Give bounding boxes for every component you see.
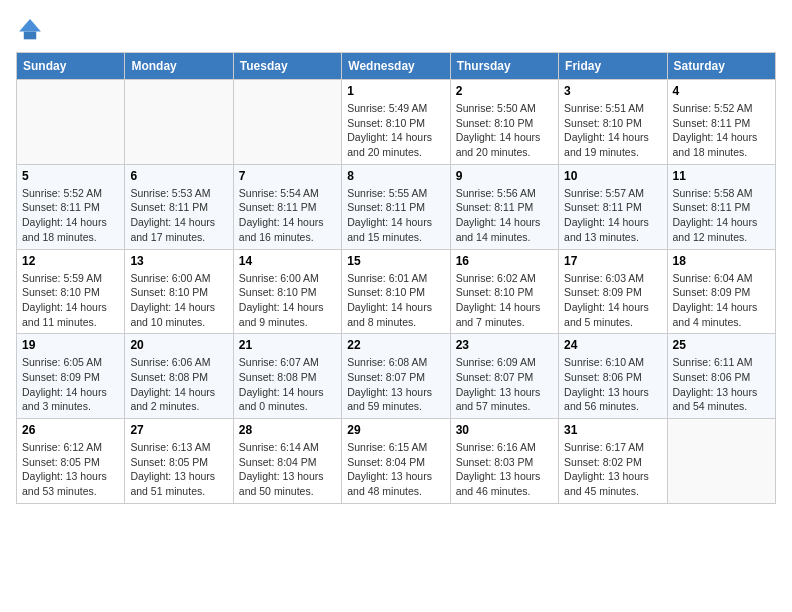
- calendar-week-1: 1 Sunrise: 5:49 AM Sunset: 8:10 PM Dayli…: [17, 80, 776, 165]
- day-info: Sunrise: 5:57 AM Sunset: 8:11 PM Dayligh…: [564, 186, 661, 245]
- day-number: 9: [456, 169, 553, 183]
- calendar-cell: 2 Sunrise: 5:50 AM Sunset: 8:10 PM Dayli…: [450, 80, 558, 165]
- day-info: Sunrise: 5:58 AM Sunset: 8:11 PM Dayligh…: [673, 186, 770, 245]
- calendar-cell: 20 Sunrise: 6:06 AM Sunset: 8:08 PM Dayl…: [125, 334, 233, 419]
- day-number: 19: [22, 338, 119, 352]
- day-number: 3: [564, 84, 661, 98]
- day-number: 25: [673, 338, 770, 352]
- day-info: Sunrise: 6:17 AM Sunset: 8:02 PM Dayligh…: [564, 440, 661, 499]
- calendar-week-4: 19 Sunrise: 6:05 AM Sunset: 8:09 PM Dayl…: [17, 334, 776, 419]
- day-info: Sunrise: 5:56 AM Sunset: 8:11 PM Dayligh…: [456, 186, 553, 245]
- day-info: Sunrise: 5:54 AM Sunset: 8:11 PM Dayligh…: [239, 186, 336, 245]
- page-header: [16, 16, 776, 44]
- day-info: Sunrise: 5:59 AM Sunset: 8:10 PM Dayligh…: [22, 271, 119, 330]
- weekday-header-monday: Monday: [125, 53, 233, 80]
- day-number: 16: [456, 254, 553, 268]
- day-info: Sunrise: 5:52 AM Sunset: 8:11 PM Dayligh…: [22, 186, 119, 245]
- calendar-cell: 15 Sunrise: 6:01 AM Sunset: 8:10 PM Dayl…: [342, 249, 450, 334]
- day-number: 12: [22, 254, 119, 268]
- day-number: 10: [564, 169, 661, 183]
- day-number: 4: [673, 84, 770, 98]
- calendar-cell: 10 Sunrise: 5:57 AM Sunset: 8:11 PM Dayl…: [559, 164, 667, 249]
- calendar-cell: 6 Sunrise: 5:53 AM Sunset: 8:11 PM Dayli…: [125, 164, 233, 249]
- calendar-cell: 16 Sunrise: 6:02 AM Sunset: 8:10 PM Dayl…: [450, 249, 558, 334]
- calendar-cell: 5 Sunrise: 5:52 AM Sunset: 8:11 PM Dayli…: [17, 164, 125, 249]
- day-info: Sunrise: 6:12 AM Sunset: 8:05 PM Dayligh…: [22, 440, 119, 499]
- calendar-cell: 14 Sunrise: 6:00 AM Sunset: 8:10 PM Dayl…: [233, 249, 341, 334]
- svg-marker-0: [19, 19, 41, 31]
- day-info: Sunrise: 6:04 AM Sunset: 8:09 PM Dayligh…: [673, 271, 770, 330]
- day-info: Sunrise: 6:00 AM Sunset: 8:10 PM Dayligh…: [239, 271, 336, 330]
- day-info: Sunrise: 6:03 AM Sunset: 8:09 PM Dayligh…: [564, 271, 661, 330]
- day-info: Sunrise: 5:55 AM Sunset: 8:11 PM Dayligh…: [347, 186, 444, 245]
- day-info: Sunrise: 6:02 AM Sunset: 8:10 PM Dayligh…: [456, 271, 553, 330]
- calendar-cell: 17 Sunrise: 6:03 AM Sunset: 8:09 PM Dayl…: [559, 249, 667, 334]
- day-number: 31: [564, 423, 661, 437]
- calendar-cell: 18 Sunrise: 6:04 AM Sunset: 8:09 PM Dayl…: [667, 249, 775, 334]
- day-number: 23: [456, 338, 553, 352]
- svg-rect-1: [24, 32, 36, 40]
- day-info: Sunrise: 5:51 AM Sunset: 8:10 PM Dayligh…: [564, 101, 661, 160]
- day-info: Sunrise: 5:50 AM Sunset: 8:10 PM Dayligh…: [456, 101, 553, 160]
- day-number: 20: [130, 338, 227, 352]
- day-number: 21: [239, 338, 336, 352]
- day-number: 29: [347, 423, 444, 437]
- day-number: 14: [239, 254, 336, 268]
- calendar-cell: 23 Sunrise: 6:09 AM Sunset: 8:07 PM Dayl…: [450, 334, 558, 419]
- day-info: Sunrise: 6:06 AM Sunset: 8:08 PM Dayligh…: [130, 355, 227, 414]
- calendar-cell: [125, 80, 233, 165]
- day-number: 2: [456, 84, 553, 98]
- calendar-cell: 7 Sunrise: 5:54 AM Sunset: 8:11 PM Dayli…: [233, 164, 341, 249]
- calendar-cell: [17, 80, 125, 165]
- day-number: 22: [347, 338, 444, 352]
- day-number: 8: [347, 169, 444, 183]
- calendar-cell: 28 Sunrise: 6:14 AM Sunset: 8:04 PM Dayl…: [233, 419, 341, 504]
- calendar-body: 1 Sunrise: 5:49 AM Sunset: 8:10 PM Dayli…: [17, 80, 776, 504]
- day-number: 30: [456, 423, 553, 437]
- weekday-header-sunday: Sunday: [17, 53, 125, 80]
- day-info: Sunrise: 6:05 AM Sunset: 8:09 PM Dayligh…: [22, 355, 119, 414]
- day-number: 24: [564, 338, 661, 352]
- calendar-cell: [233, 80, 341, 165]
- day-info: Sunrise: 6:08 AM Sunset: 8:07 PM Dayligh…: [347, 355, 444, 414]
- calendar-cell: 26 Sunrise: 6:12 AM Sunset: 8:05 PM Dayl…: [17, 419, 125, 504]
- day-info: Sunrise: 5:49 AM Sunset: 8:10 PM Dayligh…: [347, 101, 444, 160]
- weekday-header-saturday: Saturday: [667, 53, 775, 80]
- calendar-table: SundayMondayTuesdayWednesdayThursdayFrid…: [16, 52, 776, 504]
- calendar-cell: 30 Sunrise: 6:16 AM Sunset: 8:03 PM Dayl…: [450, 419, 558, 504]
- day-info: Sunrise: 6:16 AM Sunset: 8:03 PM Dayligh…: [456, 440, 553, 499]
- day-number: 15: [347, 254, 444, 268]
- day-info: Sunrise: 5:52 AM Sunset: 8:11 PM Dayligh…: [673, 101, 770, 160]
- calendar-week-5: 26 Sunrise: 6:12 AM Sunset: 8:05 PM Dayl…: [17, 419, 776, 504]
- day-number: 5: [22, 169, 119, 183]
- weekday-header-thursday: Thursday: [450, 53, 558, 80]
- day-number: 6: [130, 169, 227, 183]
- logo-icon: [16, 16, 44, 44]
- calendar-cell: 4 Sunrise: 5:52 AM Sunset: 8:11 PM Dayli…: [667, 80, 775, 165]
- day-number: 26: [22, 423, 119, 437]
- calendar-cell: 8 Sunrise: 5:55 AM Sunset: 8:11 PM Dayli…: [342, 164, 450, 249]
- logo: [16, 16, 48, 44]
- day-number: 11: [673, 169, 770, 183]
- calendar-cell: 12 Sunrise: 5:59 AM Sunset: 8:10 PM Dayl…: [17, 249, 125, 334]
- calendar-cell: 11 Sunrise: 5:58 AM Sunset: 8:11 PM Dayl…: [667, 164, 775, 249]
- calendar-cell: 19 Sunrise: 6:05 AM Sunset: 8:09 PM Dayl…: [17, 334, 125, 419]
- calendar-cell: 22 Sunrise: 6:08 AM Sunset: 8:07 PM Dayl…: [342, 334, 450, 419]
- day-number: 28: [239, 423, 336, 437]
- calendar-week-2: 5 Sunrise: 5:52 AM Sunset: 8:11 PM Dayli…: [17, 164, 776, 249]
- day-info: Sunrise: 5:53 AM Sunset: 8:11 PM Dayligh…: [130, 186, 227, 245]
- day-info: Sunrise: 6:11 AM Sunset: 8:06 PM Dayligh…: [673, 355, 770, 414]
- day-number: 18: [673, 254, 770, 268]
- weekday-header-tuesday: Tuesday: [233, 53, 341, 80]
- weekday-header-friday: Friday: [559, 53, 667, 80]
- day-info: Sunrise: 6:14 AM Sunset: 8:04 PM Dayligh…: [239, 440, 336, 499]
- day-info: Sunrise: 6:13 AM Sunset: 8:05 PM Dayligh…: [130, 440, 227, 499]
- calendar-cell: 27 Sunrise: 6:13 AM Sunset: 8:05 PM Dayl…: [125, 419, 233, 504]
- calendar-cell: 21 Sunrise: 6:07 AM Sunset: 8:08 PM Dayl…: [233, 334, 341, 419]
- calendar-cell: [667, 419, 775, 504]
- calendar-cell: 31 Sunrise: 6:17 AM Sunset: 8:02 PM Dayl…: [559, 419, 667, 504]
- calendar-cell: 29 Sunrise: 6:15 AM Sunset: 8:04 PM Dayl…: [342, 419, 450, 504]
- calendar-cell: 9 Sunrise: 5:56 AM Sunset: 8:11 PM Dayli…: [450, 164, 558, 249]
- calendar-cell: 1 Sunrise: 5:49 AM Sunset: 8:10 PM Dayli…: [342, 80, 450, 165]
- day-info: Sunrise: 6:07 AM Sunset: 8:08 PM Dayligh…: [239, 355, 336, 414]
